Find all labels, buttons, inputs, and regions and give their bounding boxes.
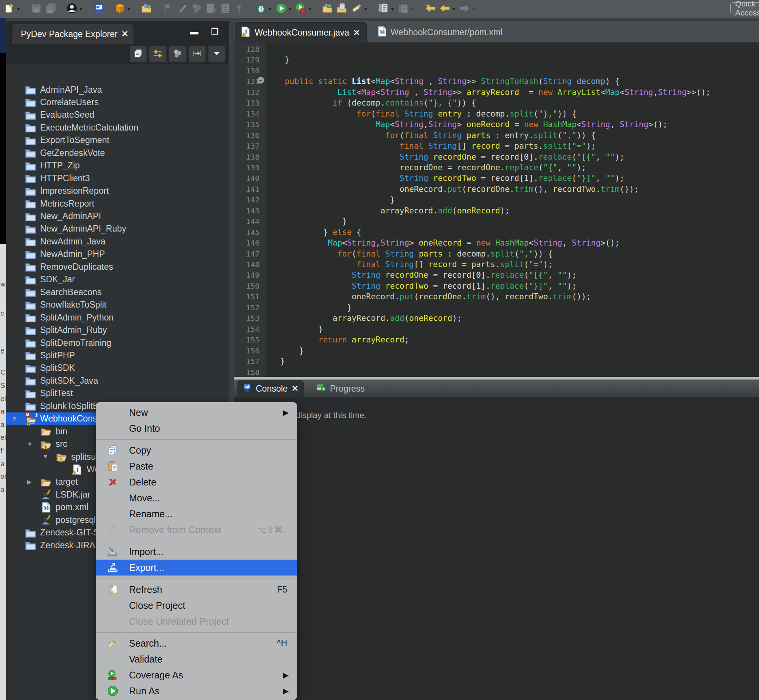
menu-separator	[96, 538, 297, 544]
explorer-close-icon[interactable]: ✕	[122, 29, 128, 39]
dropdown-arrow-icon[interactable]: ▼	[268, 6, 272, 12]
editor-tab-webhookconsumer-pom-xml[interactable]: MWebhookConsumer/pom.xml	[372, 22, 509, 42]
dropdown-arrow-icon[interactable]: ▼	[410, 6, 415, 12]
dropdown-arrow-icon[interactable]: ▼	[308, 6, 312, 12]
menu-item-delete[interactable]: Delete	[96, 474, 297, 490]
tree-item-splitadmin-python[interactable]: SplitAdmin_Python	[6, 311, 229, 324]
dropdown-arrow-icon[interactable]: ▼	[472, 6, 476, 12]
menu-item-coverage-as[interactable]: Coverage As▶	[96, 667, 297, 683]
new-wizard-button[interactable]: ▼	[2, 2, 22, 17]
tree-item-impressionreport[interactable]: ImpressionReport	[6, 184, 229, 197]
focus-task-button[interactable]	[169, 46, 186, 62]
tree-item-new-adminapi-ruby[interactable]: New_AdminAPI_Ruby	[6, 222, 229, 235]
clipboard-folder-button[interactable]	[335, 2, 349, 17]
quick-access-box[interactable]: Quick Access	[730, 2, 759, 14]
tree-item-evaluateseed[interactable]: EvaluateSeed	[6, 109, 229, 122]
debug-bug-button[interactable]: ▼	[254, 2, 274, 17]
minimize-icon[interactable]: ▬	[190, 27, 198, 37]
tree-item-httpclient3[interactable]: HTTPClient3	[6, 172, 229, 184]
menu-item-refresh[interactable]: RefreshF5	[96, 581, 297, 597]
dropdown-arrow-icon[interactable]: ▼	[16, 6, 21, 12]
chevron-expanded-icon[interactable]: ▼	[27, 441, 33, 448]
open-resource-button[interactable]	[320, 2, 335, 17]
menu-shortcut: ⌥⇧⌘↓	[257, 525, 287, 535]
open-task-button[interactable]	[140, 2, 154, 17]
menu-item-go-into[interactable]: Go Into	[96, 420, 297, 436]
menu-item-run-as[interactable]: Run As▶	[96, 683, 297, 699]
dropdown-arrow-icon[interactable]: ▼	[363, 6, 368, 12]
tree-item-snowflaketosplit[interactable]: SnowflakeToSplit	[6, 298, 229, 311]
menu-item-rename[interactable]: Rename...	[96, 506, 297, 522]
dropdown-arrow-icon[interactable]: ▼	[451, 6, 456, 12]
tree-item-splittest[interactable]: SplitTest	[6, 387, 229, 400]
dropdown-arrow-icon[interactable]: ▼	[288, 6, 292, 12]
tree-item-http-zip[interactable]: HTTP_Zip	[6, 159, 229, 172]
tree-item-splitphp[interactable]: SplitPHP	[6, 349, 229, 362]
console-view-button[interactable]	[92, 2, 106, 17]
menu-item-validate[interactable]: Validate	[96, 651, 297, 667]
tree-item-label: SearchBeacons	[40, 287, 102, 297]
code-view[interactable]: } public static List<Map<String , String…	[265, 42, 759, 377]
menu-item-close-project[interactable]: Close Project	[96, 597, 297, 613]
console-tab-console[interactable]: Console✕	[237, 380, 304, 397]
tree-item-splitadmin-ruby[interactable]: SplitAdmin_Ruby	[6, 324, 229, 337]
fold-marker[interactable]: −	[257, 77, 264, 84]
tree-item-correlateusers[interactable]: CorrelateUsers	[6, 96, 229, 109]
tree-item-splitdemotraining[interactable]: SplitDemoTraining	[6, 336, 229, 349]
tree-item-sdk-jar[interactable]: SDK_Jar	[6, 273, 229, 286]
tab-close-icon[interactable]: ✕	[291, 384, 298, 394]
tree-item-new-adminapi[interactable]: New_AdminAPI	[6, 210, 229, 223]
menu-item-copy[interactable]: Copy	[96, 442, 297, 458]
menu-item-new[interactable]: New▶	[96, 405, 297, 420]
back-arrow-button[interactable]: ▼	[437, 2, 458, 17]
dropdown-arrow-icon[interactable]: ▼	[127, 6, 131, 12]
chevron-expanded-icon[interactable]: ▼	[11, 416, 17, 422]
tree-item-exporttosegment[interactable]: ExportToSegment	[6, 134, 229, 147]
menu-item-paste[interactable]: Paste	[96, 458, 297, 474]
user-profile-button[interactable]: ▼	[65, 2, 85, 17]
tree-item-newadmin-php[interactable]: NewAdmin_PHP	[6, 248, 229, 261]
maximize-icon[interactable]: ❐	[211, 27, 219, 37]
team-flag-icon	[162, 3, 174, 16]
tree-item-removeduplicates[interactable]: RemoveDuplicates	[6, 260, 229, 273]
dropdown-arrow-icon[interactable]: ▼	[390, 6, 395, 12]
next-annotation-button[interactable]: ▼	[376, 2, 396, 17]
dropdown-arrow-icon[interactable]: ▼	[79, 6, 83, 12]
menu-item-move[interactable]: Move...	[96, 490, 297, 506]
project-icon	[25, 173, 36, 183]
tree-item-searchbeacons[interactable]: SearchBeacons	[6, 286, 229, 298]
align-arrow-button[interactable]	[189, 46, 206, 62]
tree-item-splitsdk-java[interactable]: SplitSDK_Java	[6, 374, 229, 387]
menu-item-export[interactable]: Export...	[96, 559, 297, 575]
chevron-expanded-icon[interactable]: ▼	[42, 453, 48, 460]
chevron-collapsed-icon[interactable]: ▶	[27, 478, 31, 486]
tree-item-adminapi-java[interactable]: AdminAPI_Java	[6, 83, 229, 96]
marker-pen-button[interactable]: ▼	[349, 2, 369, 17]
back-star-button[interactable]	[423, 2, 437, 17]
background-text-fragment: w	[0, 280, 6, 288]
tree-item-getzendeskvote[interactable]: GetZendeskVote	[6, 147, 229, 159]
menu-item-search[interactable]: Search...^H	[96, 635, 297, 651]
menu-item-label: Delete	[129, 477, 156, 488]
editor-console-splitter[interactable]	[234, 377, 759, 380]
tree-item-splitsdk[interactable]: SplitSDK	[6, 362, 229, 375]
collapse-all-button[interactable]	[130, 46, 147, 62]
explorer-tab[interactable]: PyDev Package Explorer ✕	[11, 24, 134, 44]
tab-close-icon[interactable]: ✕	[353, 28, 360, 38]
editor-tab-webhookconsumer-java[interactable]: J!WebhookConsumer.java✕	[234, 22, 367, 43]
background-navy-block	[0, 18, 6, 53]
console-panel: Console✕Progress No consoles to display …	[234, 380, 759, 700]
run-play-button[interactable]: ▼	[274, 2, 294, 17]
new-package-button[interactable]: ▼	[113, 2, 133, 17]
tree-item-metricsreport[interactable]: MetricsReport	[6, 197, 229, 210]
profile-run-button[interactable]: ▼	[294, 2, 314, 17]
tree-item-executemetriccalculation[interactable]: ExecuteMetricCalculation	[6, 121, 229, 134]
line-number: 145	[246, 227, 259, 238]
tree-item-newadmin-java[interactable]: NewAdmin_Java	[6, 235, 229, 248]
link-editor-button[interactable]	[149, 46, 167, 62]
paste-icon	[107, 461, 119, 472]
refresh-icon	[107, 584, 119, 595]
menu-item-import[interactable]: Import...	[96, 544, 297, 559]
console-tab-progress[interactable]: Progress	[311, 380, 370, 397]
view-menu-button[interactable]	[208, 46, 225, 62]
